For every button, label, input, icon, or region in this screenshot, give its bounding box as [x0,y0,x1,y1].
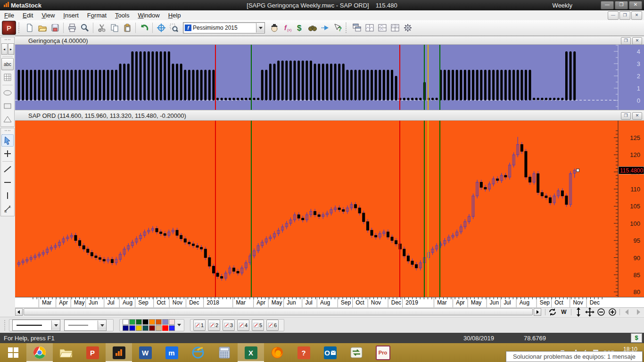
scroll-left-arrow[interactable] [15,308,23,316]
line-style-combo[interactable] [12,320,60,331]
indicator-panel-restore-button[interactable]: ❐ [621,37,631,45]
color-swatch[interactable] [129,319,135,325]
chart-template-button-3[interactable]: 3 [223,320,235,331]
color-palette-arrow[interactable] [177,324,181,328]
zoom-button[interactable] [78,22,91,34]
indicator-combo-arrow[interactable] [256,23,264,33]
menu-file[interactable]: File [0,11,18,20]
menu-format[interactable]: Format [83,11,111,20]
taskbar-calculator-app[interactable] [211,343,238,362]
scroll-right-arrow[interactable] [534,308,541,316]
semilog-trendline-tool[interactable]: SL [1,203,14,215]
minimize-button[interactable]: — [601,1,614,9]
taskbar-powerpoint-app[interactable]: P [79,343,106,362]
open-button[interactable] [36,22,49,34]
refresh-button[interactable] [547,308,558,316]
indicator-quicklist-combo[interactable]: f Pessimismo 2015 [183,22,265,33]
chart-template-button-2[interactable]: 2 [208,320,220,331]
options-button[interactable] [401,22,414,34]
menu-edit[interactable]: Edit [18,11,37,20]
menu-insert[interactable]: Insert [59,11,83,20]
palette-grip[interactable] [5,130,10,133]
color-swatch[interactable] [156,319,162,325]
undo-button[interactable] [138,22,150,34]
taskbar-start-button[interactable] [0,343,26,362]
chart-template-button-6[interactable]: 6 [266,320,279,331]
menu-window[interactable]: Window [133,11,164,20]
cut-button[interactable] [95,22,108,34]
menu-tools[interactable]: Tools [111,11,133,20]
grid-tool[interactable] [1,71,14,83]
copy-button[interactable] [108,22,121,34]
color-swatch[interactable] [162,325,168,331]
save-button[interactable] [49,22,61,34]
line-weight-combo[interactable] [64,320,107,331]
toolbar-grip[interactable] [4,320,8,330]
indicator-panel-close-button[interactable]: ✕ [632,37,642,45]
chart-template-button-1[interactable]: 1 [193,320,206,331]
toolbar-grip[interactable] [18,23,22,33]
taskbar-help-app[interactable]: ? [290,343,317,362]
restore-button[interactable]: ❐ [615,1,628,9]
tile-horizontal-button[interactable] [376,22,388,34]
color-swatch[interactable] [123,319,129,325]
previous-button[interactable] [622,308,632,316]
tile-grid-button[interactable] [388,22,401,34]
color-swatch[interactable] [169,325,175,331]
notification-tooltip[interactable]: Solucionar problemas de equipos: 1 mensa… [506,351,643,362]
weekly-periodicity-button[interactable]: W [559,308,569,316]
taskbar-outlook-app[interactable]: O [317,343,343,362]
next-button[interactable] [633,308,644,316]
taskbar-ie-app[interactable] [185,343,211,362]
color-swatch[interactable] [136,319,142,325]
child-close-button[interactable]: ✕ [631,11,642,20]
line-style-combo-arrow[interactable] [51,321,60,330]
chart-template-button-4[interactable]: 4 [237,320,249,331]
color-swatch[interactable] [169,319,175,325]
pan-button[interactable] [585,308,595,316]
context-help-button[interactable]: ? [331,22,344,34]
color-swatch[interactable] [123,325,129,331]
scroll-left-tool[interactable]: ◂ [1,43,8,55]
text-tool[interactable]: abc [1,58,14,70]
trendline-tool[interactable] [1,163,14,175]
taskbar-pro-app[interactable]: Pro [370,343,396,362]
color-swatch[interactable] [156,325,162,331]
rectangle-tool[interactable] [1,100,14,112]
color-swatch[interactable] [149,319,155,325]
power-console-button[interactable]: P [2,21,16,35]
toolbar-grip[interactable] [346,23,349,33]
new-chart-button[interactable] [23,22,36,34]
child-minimize-button[interactable]: — [608,11,619,20]
crosshair-button[interactable] [155,22,167,34]
color-swatch[interactable] [162,319,168,325]
print-button[interactable] [66,22,78,34]
crosshair-tool[interactable] [1,148,14,160]
line-weight-combo-arrow[interactable] [98,321,106,330]
horizontal-line-tool[interactable] [1,176,14,189]
pointer-tool[interactable] [1,134,14,147]
scroll-right-tool[interactable]: ▸ [8,43,14,55]
taskbar-firefox-app[interactable] [264,343,290,362]
color-swatch[interactable] [142,325,149,331]
taskbar-excel-app[interactable]: X [238,343,264,362]
zoom-out-button[interactable] [596,308,606,316]
zoom-in-button[interactable] [607,308,618,316]
color-swatch[interactable] [136,325,142,331]
taskbar-maxthon-app[interactable]: m [158,343,185,362]
zoom-area-button[interactable] [167,22,180,34]
taskbar-word-app[interactable]: W [132,343,158,362]
chart-template-button-5[interactable]: 5 [252,320,264,331]
scrollbar-thumb[interactable] [24,308,533,315]
taskbar-snagit-app[interactable] [343,343,370,362]
price-panel-restore-button[interactable]: ❐ [621,112,631,120]
taskbar-chrome-app[interactable] [26,343,53,362]
triangle-tool[interactable] [1,113,14,125]
cascade-windows-button[interactable] [350,22,363,34]
color-swatch[interactable] [149,325,155,331]
taskbar-explorer-app[interactable] [53,343,79,362]
palette-grip[interactable] [5,39,10,42]
expert-advisor-button[interactable]: $ [293,22,306,34]
tile-vertical-button[interactable] [363,22,376,34]
explorer-button[interactable] [268,22,281,34]
